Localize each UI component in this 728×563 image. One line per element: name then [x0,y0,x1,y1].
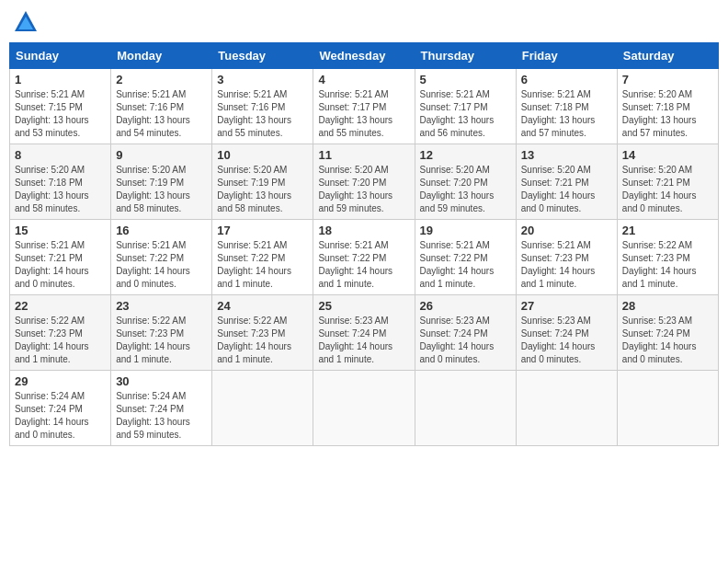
calendar-cell: 11Sunrise: 5:20 AM Sunset: 7:20 PM Dayli… [313,144,415,220]
cell-info: Sunrise: 5:23 AM Sunset: 7:24 PM Dayligh… [318,315,409,366]
cell-info: Sunrise: 5:20 AM Sunset: 7:18 PM Dayligh… [15,164,106,215]
day-number: 5 [420,73,511,86]
cell-info: Sunrise: 5:21 AM Sunset: 7:18 PM Dayligh… [521,88,612,140]
calendar-cell: 9Sunrise: 5:20 AM Sunset: 7:19 PM Daylig… [111,144,212,220]
day-number: 2 [116,73,207,86]
cell-info: Sunrise: 5:24 AM Sunset: 7:24 PM Dayligh… [15,390,106,442]
day-number: 22 [15,299,106,313]
cell-info: Sunrise: 5:21 AM Sunset: 7:15 PM Dayligh… [15,88,106,140]
cell-info: Sunrise: 5:23 AM Sunset: 7:24 PM Dayligh… [521,315,612,366]
day-number: 1 [15,73,106,86]
day-number: 8 [15,148,106,162]
day-number: 30 [116,374,207,388]
header-cell-sunday: Sunday [10,43,111,69]
day-number: 20 [521,224,612,237]
calendar-cell: 5Sunrise: 5:21 AM Sunset: 7:17 PM Daylig… [415,69,516,144]
calendar-body: 1Sunrise: 5:21 AM Sunset: 7:15 PM Daylig… [10,69,719,446]
day-number: 6 [521,73,612,86]
calendar-cell: 15Sunrise: 5:21 AM Sunset: 7:21 PM Dayli… [10,220,111,295]
calendar-table: SundayMondayTuesdayWednesdayThursdayFrid… [9,42,719,446]
logo-inner [13,9,42,35]
calendar-cell: 3Sunrise: 5:21 AM Sunset: 7:16 PM Daylig… [212,69,313,144]
calendar-week-1: 1Sunrise: 5:21 AM Sunset: 7:15 PM Daylig… [10,69,719,144]
cell-info: Sunrise: 5:22 AM Sunset: 7:23 PM Dayligh… [217,315,308,366]
calendar-cell: 2Sunrise: 5:21 AM Sunset: 7:16 PM Daylig… [111,69,212,144]
day-number: 24 [217,299,308,313]
cell-info: Sunrise: 5:20 AM Sunset: 7:18 PM Dayligh… [622,88,713,140]
calendar-cell: 25Sunrise: 5:23 AM Sunset: 7:24 PM Dayli… [313,295,415,371]
calendar-cell: 23Sunrise: 5:22 AM Sunset: 7:23 PM Dayli… [111,295,212,371]
calendar-cell: 10Sunrise: 5:20 AM Sunset: 7:19 PM Dayli… [212,144,313,220]
calendar-cell: 29Sunrise: 5:24 AM Sunset: 7:24 PM Dayli… [10,371,111,446]
calendar-cell: 26Sunrise: 5:23 AM Sunset: 7:24 PM Dayli… [415,295,516,371]
day-number: 28 [622,299,713,313]
cell-info: Sunrise: 5:20 AM Sunset: 7:21 PM Dayligh… [521,164,612,215]
cell-info: Sunrise: 5:21 AM Sunset: 7:16 PM Dayligh… [217,88,308,140]
logo-icon [13,9,39,35]
day-number: 16 [116,224,207,237]
calendar-week-2: 8Sunrise: 5:20 AM Sunset: 7:18 PM Daylig… [10,144,719,220]
calendar-cell: 27Sunrise: 5:23 AM Sunset: 7:24 PM Dayli… [516,295,617,371]
cell-info: Sunrise: 5:21 AM Sunset: 7:17 PM Dayligh… [318,88,409,140]
day-number: 19 [420,224,511,237]
day-number: 18 [318,224,409,237]
cell-info: Sunrise: 5:20 AM Sunset: 7:19 PM Dayligh… [217,164,308,215]
header-cell-monday: Monday [111,43,212,69]
calendar-cell [212,371,313,446]
day-number: 21 [622,224,713,237]
calendar-cell [415,371,516,446]
calendar-cell: 17Sunrise: 5:21 AM Sunset: 7:22 PM Dayli… [212,220,313,295]
day-number: 3 [217,73,308,86]
cell-info: Sunrise: 5:21 AM Sunset: 7:22 PM Dayligh… [217,239,308,291]
header-cell-saturday: Saturday [617,43,718,69]
day-number: 11 [318,148,409,162]
page-header [9,9,719,35]
cell-info: Sunrise: 5:21 AM Sunset: 7:22 PM Dayligh… [116,239,207,291]
calendar-cell [617,371,718,446]
calendar-cell: 6Sunrise: 5:21 AM Sunset: 7:18 PM Daylig… [516,69,617,144]
cell-info: Sunrise: 5:22 AM Sunset: 7:23 PM Dayligh… [622,239,713,291]
calendar-cell: 12Sunrise: 5:20 AM Sunset: 7:20 PM Dayli… [415,144,516,220]
cell-info: Sunrise: 5:21 AM Sunset: 7:16 PM Dayligh… [116,88,207,140]
calendar-cell: 16Sunrise: 5:21 AM Sunset: 7:22 PM Dayli… [111,220,212,295]
calendar-cell: 13Sunrise: 5:20 AM Sunset: 7:21 PM Dayli… [516,144,617,220]
day-number: 25 [318,299,409,313]
day-number: 29 [15,374,106,388]
day-number: 13 [521,148,612,162]
calendar-header: SundayMondayTuesdayWednesdayThursdayFrid… [10,43,719,69]
cell-info: Sunrise: 5:21 AM Sunset: 7:21 PM Dayligh… [15,239,106,291]
header-cell-friday: Friday [516,43,617,69]
day-number: 14 [622,148,713,162]
cell-info: Sunrise: 5:22 AM Sunset: 7:23 PM Dayligh… [15,315,106,366]
calendar-cell [313,371,415,446]
calendar-cell: 28Sunrise: 5:23 AM Sunset: 7:24 PM Dayli… [617,295,718,371]
cell-info: Sunrise: 5:20 AM Sunset: 7:21 PM Dayligh… [622,164,713,215]
cell-info: Sunrise: 5:20 AM Sunset: 7:19 PM Dayligh… [116,164,207,215]
calendar-cell: 20Sunrise: 5:21 AM Sunset: 7:23 PM Dayli… [516,220,617,295]
header-row: SundayMondayTuesdayWednesdayThursdayFrid… [10,43,719,69]
calendar-cell: 4Sunrise: 5:21 AM Sunset: 7:17 PM Daylig… [313,69,415,144]
day-number: 27 [521,299,612,313]
cell-info: Sunrise: 5:21 AM Sunset: 7:17 PM Dayligh… [420,88,511,140]
day-number: 26 [420,299,511,313]
calendar-cell: 14Sunrise: 5:20 AM Sunset: 7:21 PM Dayli… [617,144,718,220]
cell-info: Sunrise: 5:21 AM Sunset: 7:22 PM Dayligh… [318,239,409,291]
day-number: 17 [217,224,308,237]
cell-info: Sunrise: 5:24 AM Sunset: 7:24 PM Dayligh… [116,390,207,442]
header-cell-thursday: Thursday [415,43,516,69]
calendar-cell [516,371,617,446]
calendar-cell: 21Sunrise: 5:22 AM Sunset: 7:23 PM Dayli… [617,220,718,295]
day-number: 15 [15,224,106,237]
header-cell-tuesday: Tuesday [212,43,313,69]
cell-info: Sunrise: 5:21 AM Sunset: 7:22 PM Dayligh… [420,239,511,291]
day-number: 10 [217,148,308,162]
cell-info: Sunrise: 5:20 AM Sunset: 7:20 PM Dayligh… [318,164,409,215]
calendar-cell: 30Sunrise: 5:24 AM Sunset: 7:24 PM Dayli… [111,371,212,446]
cell-info: Sunrise: 5:22 AM Sunset: 7:23 PM Dayligh… [116,315,207,366]
day-number: 12 [420,148,511,162]
calendar-cell: 7Sunrise: 5:20 AM Sunset: 7:18 PM Daylig… [617,69,718,144]
cell-info: Sunrise: 5:23 AM Sunset: 7:24 PM Dayligh… [622,315,713,366]
day-number: 4 [318,73,409,86]
cell-info: Sunrise: 5:21 AM Sunset: 7:23 PM Dayligh… [521,239,612,291]
calendar-week-3: 15Sunrise: 5:21 AM Sunset: 7:21 PM Dayli… [10,220,719,295]
